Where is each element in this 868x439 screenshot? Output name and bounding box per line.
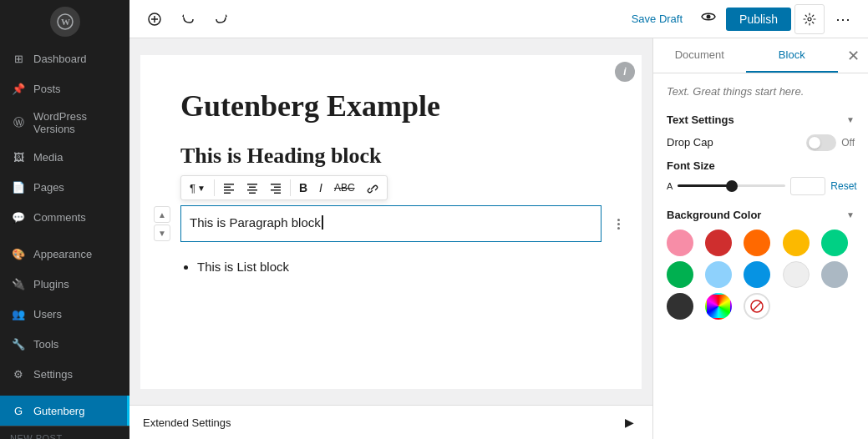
dot [617,223,620,225]
color-swatch-dark[interactable] [667,293,693,320]
more-options-button[interactable]: ⋯ [828,4,858,34]
redo-button[interactable] [206,4,236,34]
toggle-thumb [809,137,820,149]
color-swatch-blue[interactable] [744,261,770,288]
sidebar-item-media[interactable]: 🖼 Media [0,142,129,172]
paragraph-type-button[interactable]: ¶ ▼ [185,179,211,198]
sidebar-item-plugins[interactable]: 🔌 Plugins [0,269,129,299]
extended-settings-bar: Extended Settings ▶ [129,405,652,439]
sidebar-item-label: Appearance [33,248,92,260]
tab-block[interactable]: Block [746,38,839,73]
sidebar-item-wordpress-versions[interactable]: Ⓦ WordPress Versions [0,103,129,142]
font-size-small-a: A [667,181,673,191]
save-draft-button[interactable]: Save Draft [623,8,691,30]
sidebar-item-appearance[interactable]: 🎨 Appearance [0,239,129,269]
panel-tabs: Document Block ✕ [653,38,868,73]
info-icon[interactable]: i [615,62,635,82]
settings-button[interactable] [794,4,825,34]
undo-button[interactable] [173,4,203,34]
text-settings-header: Text Settings ▼ [667,114,855,126]
font-size-input[interactable] [790,177,825,195]
color-swatches [667,230,855,320]
svg-rect-7 [224,184,234,185]
heading-block[interactable]: This is Heading block [180,144,602,169]
preview-button[interactable] [694,4,723,33]
sidebar-item-settings[interactable]: ⚙ Settings [0,359,129,389]
color-swatch-gray[interactable] [821,261,848,288]
bold-button[interactable]: B [294,178,312,198]
sidebar-item-posts[interactable]: 📌 Posts [0,73,129,103]
color-swatch-mint[interactable] [821,230,848,256]
color-swatch-red[interactable] [705,230,732,256]
panel-close-button[interactable]: ✕ [838,41,868,71]
publish-button[interactable]: Publish [726,8,791,31]
block-navigation: ▲ ▼ [154,206,170,241]
color-swatch-light-gray[interactable] [783,261,810,288]
color-swatch-light-blue[interactable] [705,261,732,288]
italic-button[interactable]: I [314,178,327,198]
sidebar-item-label: Pages [33,181,64,194]
sidebar-item-tools[interactable]: 🔧 Tools [0,329,129,359]
gutenberg-icon: G [10,402,27,419]
sidebar-item-users[interactable]: 👥 Users [0,299,129,329]
paragraph-block[interactable]: This is Paragraph block​ [180,205,602,242]
drop-cap-toggle[interactable] [806,134,836,151]
svg-rect-14 [249,193,256,194]
drop-cap-toggle-row: Off [806,134,855,151]
block-options [608,214,628,234]
font-size-row: A Reset [667,177,855,195]
editor-inner: i Gutenberg Example This is Heading bloc… [140,55,642,389]
link-button[interactable] [362,179,383,197]
block-description: Text. Great things start here. [667,83,855,100]
block-options-button[interactable] [608,214,628,234]
text-settings-section: Text Settings ▼ Drop Cap Off [667,114,855,195]
font-size-slider[interactable] [678,184,785,187]
media-icon: 🖼 [10,149,27,165]
svg-rect-18 [274,193,281,194]
color-swatch-no-color[interactable] [744,293,770,320]
sidebar-item-label: WordPress Versions [33,110,119,135]
bg-color-section: Background Color ▼ [667,209,855,320]
tab-document[interactable]: Document [653,38,746,73]
editor-canvas[interactable]: i Gutenberg Example This is Heading bloc… [129,38,652,439]
align-left-button[interactable] [218,179,240,197]
align-center-button[interactable] [241,179,263,197]
posts-icon: 📌 [10,80,27,97]
block-down-button[interactable]: ▼ [154,225,170,241]
paragraph-text: This is Paragraph block [190,215,321,230]
paragraph-block-container: ▲ ▼ This is Paragraph block​ [180,205,602,242]
strikethrough-button[interactable]: ABC [329,179,360,197]
extended-settings-toggle[interactable]: ▶ [619,412,639,432]
add-block-button[interactable] [140,4,170,34]
right-panel: Document Block ✕ Text. Great things star… [652,38,868,439]
svg-rect-10 [224,193,231,194]
text-settings-chevron[interactable]: ▼ [846,115,855,124]
dashboard-icon: ⊞ [10,50,27,67]
font-size-header: Font Size [667,159,855,172]
toolbar-divider [214,179,215,196]
svg-point-6 [808,18,811,21]
align-right-button[interactable] [265,179,287,197]
color-swatch-pink[interactable] [667,230,693,256]
svg-rect-13 [247,189,257,191]
list-item: This is List block [197,255,602,278]
text-settings-title: Text Settings [667,114,734,126]
bg-color-chevron[interactable]: ▼ [846,210,855,220]
color-swatch-green[interactable] [667,261,693,288]
reset-font-size-button[interactable]: Reset [830,180,856,192]
sidebar-item-comments[interactable]: 💬 Comments [0,202,129,232]
panel-body: Text. Great things start here. Text Sett… [653,73,868,439]
sidebar-item-gutenberg[interactable]: G Gutenberg [0,396,129,426]
list-block[interactable]: This is List block [180,255,602,278]
comments-icon: 💬 [10,209,27,225]
wp-icon: Ⓦ [10,114,27,131]
sidebar-item-dashboard[interactable]: ⊞ Dashboard [0,43,129,73]
color-swatch-yellow[interactable] [783,230,810,256]
color-swatch-orange[interactable] [744,230,770,256]
sidebar-item-pages[interactable]: 📄 Pages [0,172,129,202]
block-up-button[interactable]: ▲ [154,206,170,223]
color-swatch-gradient[interactable] [705,293,732,320]
bg-color-header: Background Color ▼ [667,209,855,221]
post-title[interactable]: Gutenberg Example [180,88,602,124]
drop-cap-row: Drop Cap Off [667,134,855,151]
